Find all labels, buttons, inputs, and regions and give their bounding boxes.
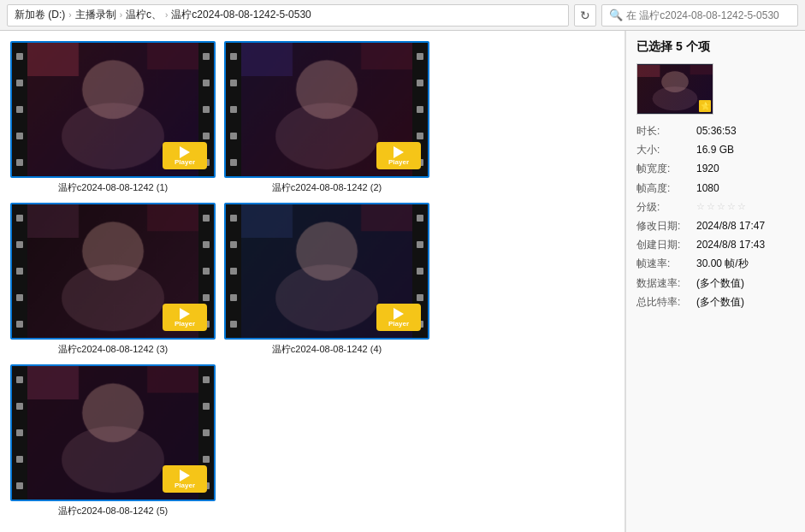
details-row-rating: 分级: ☆ ☆ ☆ ☆ ☆ xyxy=(636,199,795,216)
details-val-rating[interactable]: ☆ ☆ ☆ ☆ ☆ xyxy=(696,199,795,216)
play-button-3[interactable]: Player xyxy=(163,304,207,331)
play-button-4[interactable]: Player xyxy=(376,304,421,331)
thumbnail-frame-5: Player xyxy=(10,364,216,501)
top-bar: 新加卷 (D:) › 主播录制 › 温柠c、 › 温柠c2024-08-08-1… xyxy=(0,0,805,31)
details-key-datarate: 数据速率: xyxy=(636,275,696,292)
film-hole xyxy=(203,456,210,463)
details-val-duration: 05:36:53 xyxy=(696,123,795,139)
film-hole xyxy=(230,53,237,60)
details-key-created: 创建日期: xyxy=(636,237,696,253)
film-hole xyxy=(230,321,237,328)
list-item[interactable]: Player 温柠c2024-08-08-1242 (3) xyxy=(10,203,216,356)
details-row-created: 创建日期: 2024/8/8 17:43 xyxy=(636,237,795,253)
details-key-size: 大小: xyxy=(636,142,696,158)
film-hole xyxy=(16,321,23,328)
details-preview-thumbnail: ⭐ xyxy=(636,63,713,115)
film-hole xyxy=(417,294,423,301)
play-label-2: Player xyxy=(388,159,409,166)
film-hole xyxy=(16,215,23,222)
details-row-bitrate: 总比特率: (多个数值) xyxy=(636,294,795,310)
film-hole xyxy=(203,429,210,436)
breadcrumb[interactable]: 新加卷 (D:) › 主播录制 › 温柠c、 › 温柠c2024-08-08-1… xyxy=(7,4,569,27)
film-hole xyxy=(16,403,23,410)
film-hole xyxy=(203,241,210,248)
play-label-3: Player xyxy=(175,321,195,328)
breadcrumb-sep-2: › xyxy=(120,10,122,20)
play-icon-1 xyxy=(180,146,190,158)
details-key-bitrate: 总比特率: xyxy=(636,294,696,310)
breadcrumb-part-1[interactable]: 新加卷 (D:) xyxy=(15,8,65,22)
film-strip-left-5 xyxy=(12,366,27,499)
details-val-created: 2024/8/8 17:43 xyxy=(696,237,795,253)
breadcrumb-part-2[interactable]: 主播录制 xyxy=(75,8,116,22)
breadcrumb-part-4[interactable]: 温柠c2024-08-08-1242-5-0530 xyxy=(171,8,311,22)
play-icon-2 xyxy=(394,146,404,158)
film-hole xyxy=(230,268,237,275)
film-hole xyxy=(417,53,423,60)
film-hole xyxy=(230,133,237,139)
details-key-height: 帧高度: xyxy=(636,180,696,197)
file-area: Player 温柠c2024-08-08-1242 (1) xyxy=(0,31,625,532)
breadcrumb-part-3[interactable]: 温柠c、 xyxy=(126,8,162,22)
play-button-1[interactable]: Player xyxy=(163,142,207,169)
details-row-fps: 帧速率: 30.00 帧/秒 xyxy=(636,256,795,272)
main-layout: Player 温柠c2024-08-08-1242 (1) xyxy=(0,31,805,532)
film-hole xyxy=(16,53,23,60)
breadcrumb-sep-3: › xyxy=(165,10,168,20)
play-icon-3 xyxy=(180,308,190,320)
thumbnail-frame-3: Player xyxy=(10,203,216,340)
film-hole xyxy=(16,159,23,166)
details-key-duration: 时长: xyxy=(636,123,696,139)
film-hole xyxy=(203,106,210,113)
details-val-datarate: (多个数值) xyxy=(696,275,795,292)
file-name-3: 温柠c2024-08-08-1242 (3) xyxy=(58,343,168,356)
film-hole xyxy=(16,294,23,301)
refresh-button[interactable]: ↻ xyxy=(574,4,596,27)
list-item[interactable]: Player 温柠c2024-08-08-1242 (2) xyxy=(224,41,429,194)
details-row-height: 帧高度: 1080 xyxy=(636,180,795,197)
film-hole xyxy=(16,106,23,113)
details-val-height: 1080 xyxy=(696,180,795,197)
star-5[interactable]: ☆ xyxy=(737,199,746,216)
play-icon-4 xyxy=(394,308,404,320)
details-key-fps: 帧速率: xyxy=(636,256,696,272)
details-val-size: 16.9 GB xyxy=(696,142,795,158)
star-4[interactable]: ☆ xyxy=(727,199,736,216)
search-input[interactable] xyxy=(626,9,780,21)
film-hole xyxy=(16,456,23,463)
details-key-modified: 修改日期: xyxy=(636,218,696,234)
film-hole xyxy=(230,159,237,166)
details-val-modified: 2024/8/8 17:47 xyxy=(696,218,795,234)
list-item[interactable]: Player 温柠c2024-08-08-1242 (4) xyxy=(224,203,429,356)
star-1[interactable]: ☆ xyxy=(696,199,705,216)
details-val-bitrate: (多个数值) xyxy=(696,294,795,310)
details-panel: 已选择 5 个项 ⭐ 时长: 05:36:53 大小: 16.9 GB 帧宽度:… xyxy=(625,31,805,532)
film-hole xyxy=(230,80,237,86)
film-hole xyxy=(203,294,210,301)
details-row-width: 帧宽度: 1920 xyxy=(636,161,795,177)
film-hole xyxy=(203,80,210,86)
film-hole xyxy=(16,429,23,436)
film-hole xyxy=(16,241,23,248)
play-label-1: Player xyxy=(175,159,195,166)
film-hole xyxy=(230,241,237,248)
list-item[interactable]: Player 温柠c2024-08-08-1242 (5) xyxy=(10,364,216,517)
film-hole xyxy=(417,106,423,113)
play-button-2[interactable]: Player xyxy=(376,142,421,169)
search-icon: 🔍 xyxy=(609,9,623,21)
details-val-fps: 30.00 帧/秒 xyxy=(696,256,795,272)
list-item[interactable]: Player 温柠c2024-08-08-1242 (1) xyxy=(10,41,216,194)
film-hole xyxy=(230,294,237,301)
details-key-width: 帧宽度: xyxy=(636,161,696,177)
thumbnail-frame-2: Player xyxy=(224,41,429,178)
film-strip-left-3 xyxy=(12,204,27,338)
film-hole xyxy=(417,133,423,139)
film-hole xyxy=(203,403,210,410)
film-hole xyxy=(203,53,210,60)
details-row-datarate: 数据速率: (多个数值) xyxy=(636,275,795,292)
star-3[interactable]: ☆ xyxy=(717,199,725,216)
star-2[interactable]: ☆ xyxy=(707,199,715,216)
film-hole xyxy=(16,376,23,383)
play-button-5[interactable]: Player xyxy=(163,465,207,493)
file-name-2: 温柠c2024-08-08-1242 (2) xyxy=(272,181,382,194)
